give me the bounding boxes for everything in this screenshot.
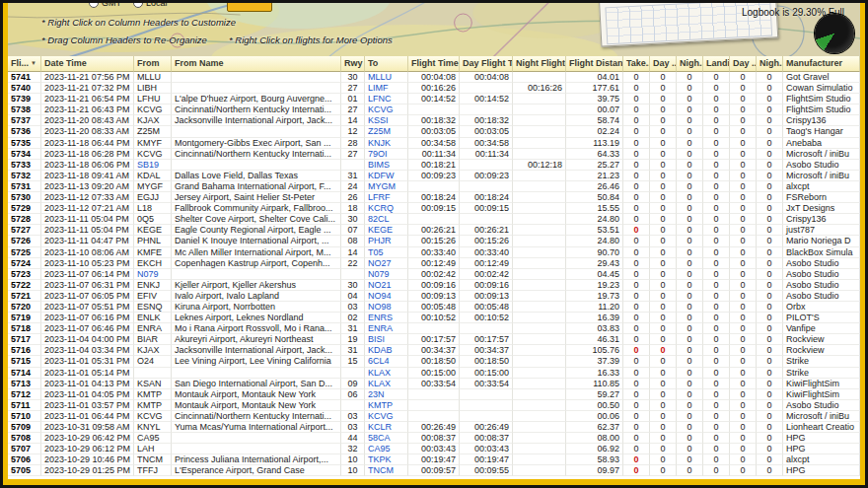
cell-to[interactable]: NO21 (365, 280, 408, 291)
flight-row-5720[interactable]: 57202023-11-07 05:51 PMESNQKiruna Airpor… (8, 302, 860, 313)
cell-to[interactable]: KLAX (365, 368, 408, 379)
cell-to[interactable]: NO94 (365, 291, 408, 302)
flight-row-5719[interactable]: 57192023-11-07 06:16 PMENLKLeknes Airpor… (8, 313, 860, 323)
column-header-nf[interactable]: Night Flight ... (513, 56, 566, 72)
column-header-fn[interactable]: From Name (172, 56, 341, 72)
column-header-di[interactable]: Flight Distance (566, 56, 623, 72)
cell-to[interactable]: N079 (365, 269, 408, 280)
cell-to[interactable]: MYGM (365, 181, 408, 192)
cell-to[interactable]: ENRS (365, 313, 408, 323)
cell-fr[interactable]: N079 (134, 269, 172, 280)
cell-to[interactable]: KDFW (365, 171, 408, 181)
column-header-dt[interactable]: Date Time (41, 56, 134, 72)
flight-row-5715[interactable]: 57152023-11-01 05:31 PMO24Lee Vining Air… (8, 356, 860, 367)
flight-row-5733[interactable]: 57332023-11-18 06:06 PMSB19BIMS00:18:210… (8, 160, 860, 171)
flight-log-grid[interactable]: Fli...▼Date TimeFromFrom NameRwyToFlight… (8, 56, 860, 479)
flight-row-5712[interactable]: 57122023-11-01 04:05 PMKMTPMontauk Airpo… (8, 389, 860, 400)
flight-row-5726[interactable]: 57262023-11-11 04:47 PMPHNLDaniel K Inou… (8, 236, 860, 246)
cell-to[interactable]: TNCM (365, 465, 408, 476)
column-header-id[interactable]: Fli...▼ (8, 56, 41, 72)
column-header-rw[interactable]: Rwy (341, 56, 365, 72)
cell-to[interactable]: 23N (365, 389, 408, 400)
column-header-c3[interactable]: Landi... (703, 56, 730, 72)
column-header-c0[interactable]: Take... (623, 56, 650, 72)
flight-row-5709[interactable]: 57092023-10-31 09:58 AMKNYLYuma Mcas/Yum… (8, 422, 860, 433)
flight-row-5735[interactable]: 57352023-11-18 06:44 PMKMYFMontgomery-Gi… (8, 138, 860, 149)
cell-to[interactable]: 82CL (365, 214, 408, 225)
flight-row-5736[interactable]: 57362023-11-20 08:33 AMZ25M12Z25M00:03:0… (8, 126, 860, 137)
flight-row-5739[interactable]: 57392023-11-21 06:54 PMLFHUL'alpe D'huez… (8, 94, 860, 105)
flight-row-5711[interactable]: 57112023-11-01 03:57 PMKMTPMontauk Airpo… (8, 400, 860, 411)
cell-to[interactable]: NO98 (365, 302, 408, 313)
flight-row-5710[interactable]: 57102023-11-01 06:44 PMKCVGCincinnati/No… (8, 411, 860, 422)
flight-row-5707[interactable]: 57072023-10-29 06:12 PMLAH32CA9500:03:43… (8, 444, 860, 454)
column-header-to[interactable]: To (365, 56, 408, 72)
cell-to[interactable]: 79OI (365, 149, 408, 160)
cell-to[interactable]: LFRF (365, 192, 408, 203)
column-header-c4[interactable]: Day ... (730, 56, 757, 72)
flight-row-5732[interactable]: 57322023-11-18 09:41 AMKDALDallas Love F… (8, 171, 860, 181)
flight-row-5723[interactable]: 57232023-11-07 06:14 PMN079N07900:02:420… (8, 269, 860, 280)
cell-to[interactable]: KCLR (365, 422, 408, 433)
column-header-df[interactable]: Day Flight T... (460, 56, 513, 72)
radio-gmt[interactable]: GMT (89, 3, 121, 8)
flight-row-5731[interactable]: 57312023-11-13 09:20 AMMYGFGrand Bahama … (8, 181, 860, 192)
cell-rw: 03 (341, 411, 365, 422)
flight-row-5740[interactable]: 57402023-11-21 07:32 PMLIBH27LIMF00:16:2… (8, 83, 860, 94)
cell-to[interactable]: ENRA (365, 323, 408, 334)
flight-row-5738[interactable]: 57382023-11-21 06:43 PMKCVGCincinnati/No… (8, 105, 860, 115)
cell-to[interactable]: 6CL4 (365, 356, 408, 367)
flight-row-5718[interactable]: 57182023-11-07 06:46 PMENRAMo i Rana Air… (8, 323, 860, 334)
cell-to[interactable]: KCVG (365, 105, 408, 115)
flight-row-5717[interactable]: 57172023-11-04 04:00 PMBIARAkureyri Airp… (8, 334, 860, 345)
cell-to[interactable]: LFNC (365, 94, 408, 105)
cell-to[interactable]: NO27 (365, 258, 408, 269)
radio-local[interactable]: Local (133, 3, 168, 8)
flight-row-5706[interactable]: 57062023-10-29 10:46 PMTNCMPrincess Juli… (8, 454, 860, 465)
column-header-c5[interactable]: Nigh... (757, 56, 783, 72)
cell-to[interactable]: Z25M (365, 126, 408, 137)
cell-to[interactable]: KEGE (365, 225, 408, 236)
column-header-c2[interactable]: Nigh... (677, 56, 703, 72)
cell-fr[interactable]: SB19 (134, 160, 172, 171)
top-action-button[interactable] (227, 3, 272, 12)
cell-to[interactable]: LIMF (365, 83, 408, 94)
cell-to[interactable]: KNJK (365, 138, 408, 149)
flight-row-5721[interactable]: 57212023-11-07 06:05 PMEFIVIvalo Airport… (8, 291, 860, 302)
flight-row-5705[interactable]: 57052023-10-29 01:25 PMTFFJL'Esperance A… (8, 465, 860, 476)
cell-to[interactable]: KCRQ (365, 203, 408, 214)
column-header-ft[interactable]: Flight Time (408, 56, 460, 72)
column-header-fr[interactable]: From (134, 56, 172, 72)
flight-row-5741[interactable]: 57412023-11-21 07:56 PMMLLU30MLLU00:04:0… (8, 72, 860, 83)
column-header-c1[interactable]: Day ... (650, 56, 677, 72)
cell-to[interactable]: MLLU (365, 72, 408, 83)
flight-row-5708[interactable]: 57082023-10-29 06:42 PMCA954458CA00:08:3… (8, 433, 860, 444)
column-header-mf[interactable]: Manufacturer (783, 56, 860, 72)
cell-to[interactable]: PHJR (365, 236, 408, 246)
flight-row-5728[interactable]: 57282023-11-11 05:04 PM0Q5Shelter Cove A… (8, 214, 860, 225)
cell-to[interactable]: KMTP (365, 400, 408, 411)
cell-to[interactable]: KSSI (365, 115, 408, 126)
radio-gmt-circle-icon[interactable] (89, 3, 99, 8)
flight-row-5727[interactable]: 57272023-11-11 05:04 PMKEGEEagle County … (8, 225, 860, 236)
cell-to[interactable]: KCVG (365, 411, 408, 422)
cell-to[interactable]: T05 (365, 247, 408, 258)
flight-row-5730[interactable]: 57302023-11-12 07:33 AMEGJJJersey Airpor… (8, 192, 860, 203)
flight-row-5716[interactable]: 57162023-11-04 03:34 PMKJAXJacksonville … (8, 345, 860, 356)
radio-local-circle-icon[interactable] (133, 3, 143, 8)
cell-to[interactable]: TKPK (365, 454, 408, 465)
flight-row-5724[interactable]: 57242023-11-10 05:23 PMEKCHCopenhagen Ka… (8, 258, 860, 269)
cell-to[interactable]: CA95 (365, 444, 408, 454)
cell-to[interactable]: 58CA (365, 433, 408, 444)
cell-to[interactable]: BISI (365, 334, 408, 345)
flight-row-5722[interactable]: 57222023-11-07 06:31 PMENKJKjeller Airpo… (8, 280, 860, 291)
cell-to[interactable]: KDAB (365, 345, 408, 356)
flight-row-5734[interactable]: 57342023-11-18 06:28 PMKCVGCincinnati/No… (8, 149, 860, 160)
cell-to[interactable]: BIMS (365, 160, 408, 171)
cell-to[interactable]: KLAX (365, 379, 408, 389)
flight-row-5729[interactable]: 57292023-11-12 07:21 AML18Fallbrook Comm… (8, 203, 860, 214)
flight-row-5737[interactable]: 57372023-11-20 08:43 AMKJAXJacksonville … (8, 115, 860, 126)
flight-row-5725[interactable]: 57252023-11-10 08:06 AMKMFEMc Allen Mill… (8, 247, 860, 258)
flight-row-5713[interactable]: 57132023-11-01 04:13 PMKSANSan Diego Int… (8, 379, 860, 389)
flight-row-5714[interactable]: 57142023-11-01 05:14 PMKLAX00:15:0000:15… (8, 368, 860, 379)
